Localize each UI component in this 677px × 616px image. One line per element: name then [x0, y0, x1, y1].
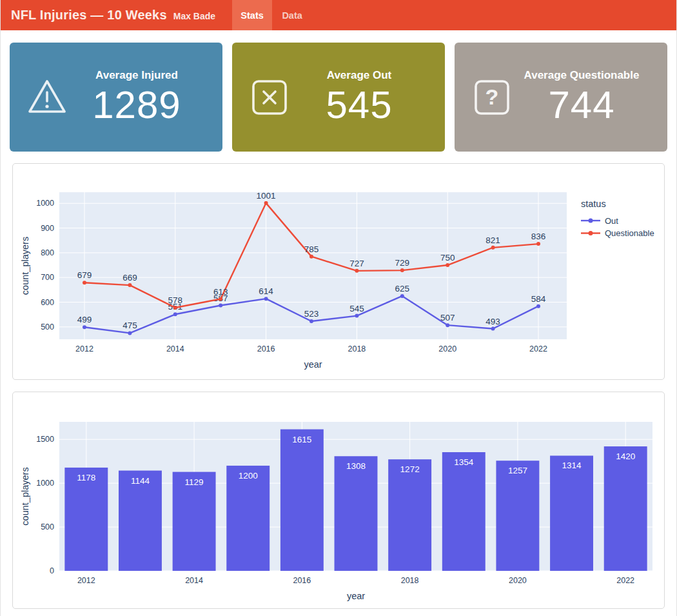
x-square-icon [249, 77, 290, 118]
stat-card-title: Average Out [327, 69, 391, 82]
y-tick-label: 700 [41, 273, 54, 282]
point-label: 625 [395, 284, 410, 293]
x-tick-label: 2020 [509, 576, 527, 585]
bar-label: 1308 [346, 461, 366, 471]
stat-card-value: 545 [326, 84, 392, 125]
point-label: 499 [77, 315, 92, 324]
point-label: 727 [349, 259, 364, 268]
legend-label: Questionable [605, 228, 654, 238]
point-label: 679 [77, 270, 92, 280]
stat-cards-row: Average Injured 1289 Average Out 545 [1, 30, 676, 152]
y-tick-label: 1500 [36, 435, 54, 444]
bar-2016: 1615 [280, 430, 324, 571]
point-label: 1001 [257, 191, 276, 201]
stat-card-value: 1289 [92, 84, 181, 125]
y-axis-title: count_players [20, 467, 30, 525]
legend-label: Out [605, 216, 618, 226]
bar-2020: 1257 [496, 461, 539, 571]
bar-chart[interactable]: 050010001500201220142016201820202022year… [13, 392, 664, 608]
bar-label: 1257 [508, 466, 527, 475]
app-subtitle: Max Bade [173, 11, 215, 21]
bar-label: 1129 [185, 477, 204, 487]
point-label: 545 [349, 304, 364, 313]
tab-data[interactable]: Data [272, 0, 312, 30]
bar-label: 1200 [239, 471, 258, 481]
stat-card-title: Average Questionable [524, 69, 640, 82]
x-tick-label: 2016 [257, 344, 275, 353]
y-tick-label: 500 [41, 323, 54, 332]
stat-card-average-injured: Average Injured 1289 [10, 43, 222, 152]
stat-card-body: Average Questionable 744 [513, 69, 667, 125]
line-chart[interactable]: 5006007008009001000201220142016201820202… [13, 164, 664, 379]
x-tick-label: 2014 [166, 344, 184, 353]
y-tick-label: 800 [41, 248, 54, 257]
point-label: 821 [486, 235, 500, 245]
y-tick-label: 500 [41, 522, 54, 532]
y-tick-label: 900 [41, 224, 54, 233]
point-label: 584 [531, 294, 546, 304]
bar-2017: 1308 [335, 456, 378, 571]
stat-card-average-questionable: ? Average Questionable 744 [455, 43, 667, 152]
x-tick-label: 2014 [185, 576, 203, 585]
bar-label: 1314 [562, 461, 582, 470]
stat-card-body: Average Out 545 [290, 69, 445, 125]
bar-2018: 1272 [388, 459, 431, 571]
x-tick-label: 2012 [77, 576, 95, 585]
x-tick-label: 2016 [293, 576, 311, 585]
point-label: 750 [440, 253, 455, 263]
app-title: NFL Injuries — 10 Weeks [11, 8, 167, 23]
x-tick-label: 2018 [401, 576, 419, 585]
point-label: 729 [395, 258, 410, 268]
bar-label: 1144 [131, 476, 150, 486]
bar-2015: 1200 [226, 466, 270, 571]
bar-2013: 1144 [119, 471, 162, 571]
bar-2021: 1314 [550, 455, 593, 571]
bar-label: 1178 [77, 473, 95, 482]
bar-chart-card: 050010001500201220142016201820202022year… [12, 392, 665, 609]
bar-label: 1354 [454, 457, 474, 467]
x-axis-title: year [347, 591, 365, 601]
legend-item-questionable[interactable]: Questionable [581, 228, 654, 238]
point-label: 493 [486, 317, 500, 326]
stat-card-body: Average Injured 1289 [68, 69, 222, 125]
bar-label: 1615 [292, 435, 311, 444]
bar-chart-svg[interactable]: 050010001500201220142016201820202022year… [13, 392, 665, 608]
svg-text:?: ? [486, 84, 499, 109]
x-tick-label: 2020 [438, 344, 456, 353]
bar-label: 1420 [616, 452, 635, 461]
x-tick-label: 2022 [616, 576, 634, 585]
y-axis-title: count_players [20, 237, 30, 295]
point-label: 523 [304, 309, 319, 319]
point-label: 613 [213, 287, 228, 297]
legend-item-out[interactable]: Out [581, 216, 618, 226]
stat-card-title: Average Injured [95, 69, 178, 82]
point-label: 578 [168, 295, 183, 305]
bar-label: 1272 [400, 464, 420, 474]
legend-title: status [581, 199, 606, 209]
point-label: 669 [123, 273, 137, 283]
bar-2012: 1178 [64, 468, 108, 571]
y-tick-label: 1000 [36, 479, 54, 488]
line-chart-card: 5006007008009001000201220142016201820202… [12, 163, 665, 380]
question-square-icon: ? [471, 77, 513, 118]
app-header: NFL Injuries — 10 Weeks Max Bade Stats D… [1, 0, 676, 30]
warning-triangle-icon [26, 77, 68, 118]
dashboard-page: NFL Injuries — 10 Weeks Max Bade Stats D… [0, 0, 677, 616]
x-axis-title: year [304, 359, 322, 370]
point-label: 507 [440, 313, 455, 323]
y-tick-label: 0 [50, 566, 54, 575]
bar-2014: 1129 [173, 472, 216, 571]
tab-bar: Stats Data [232, 0, 312, 30]
x-tick-label: 2012 [75, 344, 93, 353]
line-chart-svg[interactable]: 5006007008009001000201220142016201820202… [13, 164, 665, 379]
point-label: 836 [531, 232, 546, 241]
y-tick-label: 600 [41, 298, 54, 307]
x-tick-label: 2018 [348, 344, 366, 353]
point-label: 614 [259, 286, 273, 296]
y-tick-label: 1000 [36, 199, 54, 208]
x-tick-label: 2022 [529, 344, 547, 353]
point-label: 475 [123, 321, 137, 330]
tab-stats[interactable]: Stats [232, 0, 272, 30]
stat-card-average-out: Average Out 545 [232, 43, 445, 152]
header-title-wrap: NFL Injuries — 10 Weeks Max Bade [1, 8, 215, 23]
